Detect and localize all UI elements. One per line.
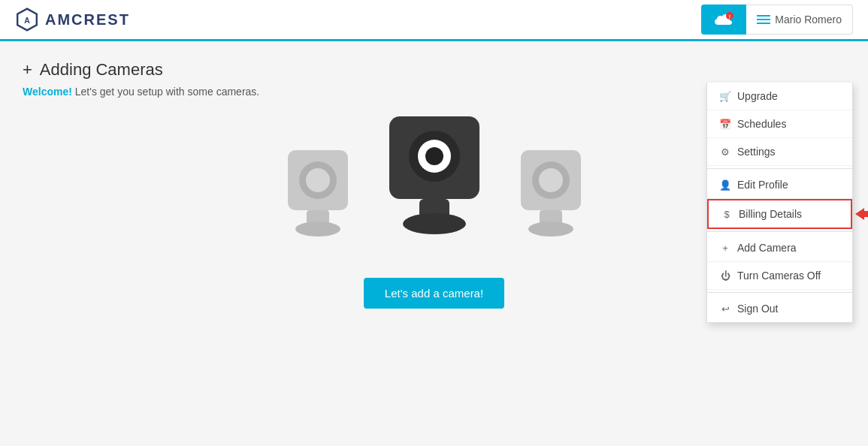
svg-point-17 <box>539 168 563 192</box>
cloud-button[interactable]: ! <box>701 5 746 35</box>
red-arrow-indicator <box>855 203 868 225</box>
header-right: ! Mario Romero <box>701 5 853 35</box>
menu-item-settings[interactable]: ⚙ Settings <box>707 138 852 166</box>
schedules-label: Schedules <box>737 118 786 130</box>
menu-item-schedules[interactable]: 📅 Schedules <box>707 110 852 138</box>
red-arrow-icon <box>855 203 868 225</box>
turn-cameras-off-label: Turn Cameras Off <box>737 270 821 282</box>
edit-profile-label: Edit Profile <box>737 179 788 191</box>
edit-profile-icon: 👤 <box>719 179 731 191</box>
welcome-label: Welcome! <box>23 86 72 98</box>
user-name: Mario Romero <box>775 14 842 26</box>
page-title: + Adding Cameras <box>23 60 845 80</box>
add-camera-button[interactable]: Let's add a camera! <box>364 278 504 309</box>
camera-center <box>382 113 487 255</box>
menu-item-billing-details[interactable]: $ Billing Details <box>707 199 852 229</box>
title-text: Adding Cameras <box>40 60 163 80</box>
menu-item-sign-out[interactable]: ↩ Sign Out <box>707 295 852 322</box>
menu-item-add-camera[interactable]: + Add Camera <box>707 234 852 262</box>
power-icon: ⏻ <box>719 270 731 282</box>
settings-icon: ⚙ <box>719 146 731 158</box>
svg-rect-20 <box>864 211 868 217</box>
settings-label: Settings <box>737 146 776 158</box>
hamburger-icon <box>757 15 770 24</box>
billing-wrapper: $ Billing Details <box>707 199 852 229</box>
welcome-body: Let's get you setup with some cameras. <box>75 86 259 98</box>
svg-point-14 <box>403 213 466 234</box>
menu-item-upgrade[interactable]: 🛒 Upgrade <box>707 83 852 110</box>
billing-label: Billing Details <box>739 208 802 220</box>
svg-text:A: A <box>24 17 30 25</box>
svg-point-19 <box>528 221 573 237</box>
cloud-icon: ! <box>713 12 734 27</box>
logo: A AMCREST <box>15 8 130 32</box>
dropdown-menu: 🛒 Upgrade 📅 Schedules ⚙ Settings 👤 Edit … <box>706 83 853 323</box>
svg-point-6 <box>306 168 330 192</box>
menu-separator-3 <box>707 292 852 293</box>
sign-out-icon: ↩ <box>719 303 731 315</box>
title-plus: + <box>23 60 32 80</box>
logo-text: AMCREST <box>45 11 130 29</box>
main-content: + Adding Cameras Welcome! Let's get you … <box>0 41 868 446</box>
camera-right <box>510 143 592 255</box>
header: A AMCREST ! Mario Romero <box>0 0 868 41</box>
schedules-icon: 📅 <box>719 119 731 130</box>
menu-separator-2 <box>707 231 852 232</box>
svg-text:!: ! <box>729 14 730 20</box>
sign-out-label: Sign Out <box>737 303 778 315</box>
svg-point-12 <box>425 147 443 165</box>
svg-marker-21 <box>855 208 864 220</box>
add-camera-menu-label: Add Camera <box>737 242 797 254</box>
user-menu-button[interactable]: Mario Romero <box>746 5 853 35</box>
upgrade-icon: 🛒 <box>719 91 731 102</box>
app-container: A AMCREST ! Mario Romero <box>0 0 868 446</box>
menu-separator-1 <box>707 168 852 169</box>
logo-icon: A <box>15 8 39 32</box>
menu-item-turn-cameras-off[interactable]: ⏻ Turn Cameras Off <box>707 262 852 290</box>
billing-icon: $ <box>721 209 733 220</box>
menu-item-edit-profile[interactable]: 👤 Edit Profile <box>707 171 852 199</box>
camera-left <box>277 143 359 255</box>
svg-point-8 <box>295 221 340 237</box>
upgrade-label: Upgrade <box>737 90 778 102</box>
add-camera-icon: + <box>719 243 731 254</box>
